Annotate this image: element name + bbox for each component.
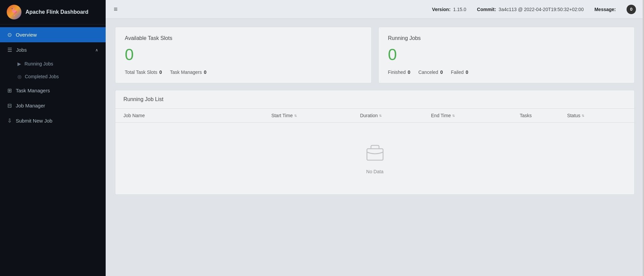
canceled-value: 0 [440, 70, 443, 75]
sidebar-logo: 🦩 Apache Flink Dashboard [0, 0, 106, 25]
running-jobs-card: Running Jobs 0 Finished 0 Canceled 0 Fai… [378, 27, 635, 83]
running-jobs-card-title: Running Jobs [388, 35, 625, 41]
sidebar-item-label-jobs: Jobs [16, 47, 27, 53]
topbar: ≡ Version: 1.15.0 Commit: 3a4c113 @ 2022… [106, 0, 644, 19]
col-header-start-time[interactable]: Start Time ⇅ [271, 113, 360, 118]
app-title: Apache Flink Dashboard [25, 9, 89, 15]
version-value: 1.15.0 [453, 7, 466, 12]
sort-icon-duration: ⇅ [379, 114, 382, 118]
table-header: Job Name Start Time ⇅ Duration ⇅ End Tim… [115, 109, 634, 123]
failed-value: 0 [466, 70, 468, 75]
col-header-status[interactable]: Status ⇅ [567, 113, 626, 118]
sidebar-item-submit-new-job[interactable]: ⇩ Submit New Job [0, 113, 106, 128]
task-slots-card: Available Task Slots 0 Total Task Slots … [115, 27, 372, 83]
message-info: Message: [594, 7, 616, 12]
sidebar-item-task-managers[interactable]: ⊞ Task Managers [0, 83, 106, 98]
running-jobs-icon: ▶ [17, 61, 21, 66]
overview-icon: ⊙ [7, 32, 12, 38]
sidebar-item-running-jobs[interactable]: ▶ Running Jobs [0, 57, 106, 70]
col-header-job-name: Job Name [123, 113, 271, 118]
task-slots-stats: Total Task Slots 0 Task Managers 0 [125, 70, 362, 75]
no-data-state: No Data [115, 123, 634, 194]
finished-label: Finished [388, 70, 406, 75]
sort-icon-end-time: ⇅ [452, 114, 455, 118]
no-data-text: No Data [366, 169, 383, 174]
col-label-status: Status [567, 113, 581, 118]
topbar-info: Version: 1.15.0 Commit: 3a4c113 @ 2022-0… [432, 5, 636, 14]
version-info: Version: 1.15.0 [432, 7, 466, 12]
sidebar-item-label-task-managers: Task Managers [16, 88, 50, 93]
task-managers-value: 0 [204, 70, 207, 75]
col-header-duration[interactable]: Duration ⇅ [360, 113, 431, 118]
message-label: Message: [594, 7, 616, 12]
no-data-icon [364, 143, 386, 164]
sidebar-item-label-overview: Overview [16, 32, 37, 38]
running-job-list-title: Running Job List [115, 90, 634, 109]
finished-value: 0 [408, 70, 410, 75]
app-logo-icon: 🦩 [7, 5, 21, 19]
finished-stat: Finished 0 [388, 70, 411, 75]
col-label-start-time: Start Time [271, 113, 293, 118]
col-label-tasks: Tasks [520, 113, 532, 118]
failed-label: Failed [451, 70, 464, 75]
canceled-stat: Canceled 0 [418, 70, 443, 75]
content-area: Available Task Slots 0 Total Task Slots … [106, 19, 644, 276]
job-manager-icon: ⊟ [7, 102, 12, 109]
commit-label: Commit: [477, 7, 496, 12]
sidebar-item-label-submit-new-job: Submit New Job [16, 118, 52, 124]
col-label-duration: Duration [360, 113, 378, 118]
main-content: ≡ Version: 1.15.0 Commit: 3a4c113 @ 2022… [106, 0, 644, 276]
task-slots-number: 0 [125, 47, 362, 63]
col-header-tasks: Tasks [520, 113, 567, 118]
failed-stat: Failed 0 [451, 70, 468, 75]
sort-icon-start-time: ⇅ [294, 114, 297, 118]
cards-row: Available Task Slots 0 Total Task Slots … [115, 27, 635, 83]
task-slots-card-title: Available Task Slots [125, 35, 362, 41]
submit-job-icon: ⇩ [7, 118, 12, 124]
task-managers-icon: ⊞ [7, 87, 12, 94]
col-label-end-time: End Time [431, 113, 451, 118]
task-managers-label: Task Managers [170, 70, 202, 75]
sidebar-item-completed-jobs[interactable]: ◎ Completed Jobs [0, 70, 106, 83]
jobs-expand-arrow: ∧ [95, 48, 98, 52]
running-job-list-section: Running Job List Job Name Start Time ⇅ D… [115, 90, 635, 195]
sidebar-item-overview[interactable]: ⊙ Overview [0, 27, 106, 42]
task-managers-stat: Task Managers 0 [170, 70, 207, 75]
running-jobs-number: 0 [388, 47, 625, 63]
sidebar-sub-label-running-jobs: Running Jobs [24, 61, 53, 66]
version-label: Version: [432, 7, 450, 12]
window-resize-handle[interactable] [643, 0, 644, 276]
commit-value: 3a4c113 @ 2022-04-20T19:50:32+02:00 [499, 7, 584, 12]
sidebar-item-jobs[interactable]: ☰ Jobs ∧ [0, 42, 106, 57]
col-header-end-time[interactable]: End Time ⇅ [431, 113, 520, 118]
message-badge[interactable]: 0 [627, 5, 636, 14]
canceled-label: Canceled [418, 70, 438, 75]
svg-rect-0 [367, 149, 383, 160]
sort-icon-status: ⇅ [582, 114, 584, 118]
total-task-slots-value: 0 [159, 70, 162, 75]
jobs-icon: ☰ [7, 47, 12, 53]
total-task-slots-stat: Total Task Slots 0 [125, 70, 162, 75]
sidebar: 🦩 Apache Flink Dashboard ⊙ Overview ☰ Jo… [0, 0, 106, 276]
running-jobs-stats: Finished 0 Canceled 0 Failed 0 [388, 70, 625, 75]
col-label-job-name: Job Name [123, 113, 145, 118]
sidebar-item-job-manager[interactable]: ⊟ Job Manager [0, 98, 106, 113]
menu-toggle-icon[interactable]: ≡ [114, 5, 118, 13]
sidebar-sub-label-completed-jobs: Completed Jobs [25, 74, 59, 79]
sidebar-nav: ⊙ Overview ☰ Jobs ∧ ▶ Running Jobs ◎ Com… [0, 25, 106, 276]
commit-info: Commit: 3a4c113 @ 2022-04-20T19:50:32+02… [477, 7, 584, 12]
sidebar-item-label-job-manager: Job Manager [16, 103, 45, 108]
total-task-slots-label: Total Task Slots [125, 70, 157, 75]
completed-jobs-icon: ◎ [17, 74, 21, 79]
